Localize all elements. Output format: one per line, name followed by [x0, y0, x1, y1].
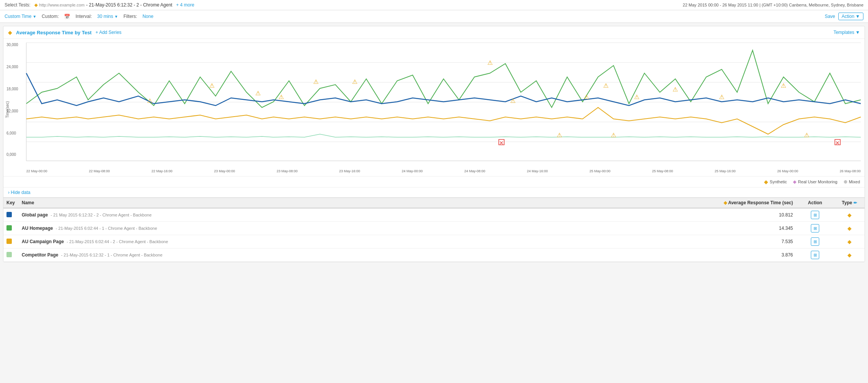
mixed-legend-icon: ⊕ — [844, 179, 847, 184]
row-key-1 — [3, 222, 19, 235]
svg-text:⚠: ⚠ — [313, 78, 319, 85]
select-tests-label: Select Tests: — [5, 2, 30, 8]
svg-text:⚠: ⚠ — [603, 82, 609, 89]
x-tick-9: 25 May-00:00 — [589, 169, 610, 173]
time-range: 22 May 2015 00:00 - 26 May 2015 11:00 | … — [683, 3, 863, 7]
row-type-icon-0: ◆ — [847, 212, 852, 218]
interval-button[interactable]: 30 mins ▼ — [97, 14, 118, 19]
calendar-icon[interactable]: 📅 — [64, 14, 70, 19]
y-tick-18000: 18,000 — [6, 87, 18, 91]
table-row: AU Campaign Page - 21-May-2015 6:02:44 -… — [3, 235, 865, 248]
svg-text:⚠: ⚠ — [584, 93, 589, 100]
chart-header: ◆ Average Response Time by Test + Add Se… — [3, 26, 865, 39]
svg-text:⚠: ⚠ — [279, 93, 284, 100]
main-chart-svg: ⚠ ⚠ ⚠ ⚠ ⚠ ⚠ ⚠ ⚠ ⚠ ⚠ ⚠ ⚠ ⚠ ⚠ ⚠ ⚠ ⚠ ✕ ✕ — [26, 43, 861, 161]
chart-title: Average Response Time by Test — [16, 30, 91, 35]
x-tick-8: 24 May-16:00 — [527, 169, 548, 173]
row-type-0: ◆ — [834, 208, 865, 222]
custom-time-button[interactable]: Custom Time ▼ — [5, 14, 37, 19]
row-avg-1: 14.345 — [697, 222, 796, 235]
chart-diamond-icon: ◆ — [8, 29, 12, 35]
row-name-0: Global page - 21 May 2015 6:12:32 - 2 - … — [19, 208, 697, 222]
action-label: Action — [842, 14, 854, 19]
filters-value: None — [143, 14, 154, 19]
action-button[interactable]: Action ▼ — [838, 13, 863, 20]
col-key-header: Key — [3, 198, 19, 208]
save-button[interactable]: Save — [825, 14, 835, 19]
x-tick-11: 25 May-16:00 — [714, 169, 735, 173]
x-tick-13: 26 May-08:00 — [840, 169, 861, 173]
row-type-2: ◆ — [834, 235, 865, 248]
templates-button[interactable]: Templates ▼ — [833, 30, 860, 35]
x-tick-7: 24 May-08:00 — [464, 169, 485, 173]
row-action-1: ⊞ — [796, 222, 834, 235]
filters-label: Filters: — [123, 14, 137, 19]
x-tick-0: 22 May-00:00 — [26, 169, 47, 173]
toolbar: Custom Time ▼ Custom: 📅 Interval: 30 min… — [0, 10, 868, 23]
svg-text:⚠: ⚠ — [634, 93, 639, 100]
rum-legend-icon: ◆ — [793, 179, 796, 184]
row-avg-3: 3.876 — [697, 248, 796, 262]
svg-text:⚠: ⚠ — [781, 82, 786, 89]
row-name-2: AU Campaign Page - 21-May-2015 6:02:44 -… — [19, 235, 697, 248]
row-action-0: ⊞ — [796, 208, 834, 222]
test-url: http://www.example.com — [39, 3, 85, 7]
row-avg-2: 7.535 — [697, 235, 796, 248]
table-row: Global page - 21 May 2015 6:12:32 - 2 - … — [3, 208, 865, 222]
svg-text:⚠: ⚠ — [719, 93, 724, 100]
interval-arrow-icon: ▼ — [114, 14, 118, 19]
test-diamond-icon: ◆ — [34, 2, 38, 8]
table-row: AU Homepage - 21-May-2015 6:02:44 - 1 - … — [3, 222, 865, 235]
table-header-row: Key Name ◆ Average Response Time (sec) A… — [3, 198, 865, 208]
test-detail: - 21-May-2015 6:12:32 - 2 - Chrome Agent — [86, 2, 172, 8]
add-series-button[interactable]: + Add Series — [95, 30, 121, 35]
synthetic-legend-label: Synthetic — [770, 179, 787, 184]
x-tick-3: 23 May-00:00 — [214, 169, 235, 173]
row-name-1: AU Homepage - 21-May-2015 6:02:44 - 1 - … — [19, 222, 697, 235]
templates-arrow-icon: ▼ — [855, 30, 860, 35]
svg-text:⚠: ⚠ — [611, 131, 616, 138]
interval-value: 30 mins — [97, 14, 113, 19]
x-tick-2: 22 May-16:00 — [151, 169, 172, 173]
x-tick-5: 23 May-16:00 — [339, 169, 360, 173]
more-tests-link[interactable]: + 4 more — [176, 2, 194, 8]
x-tick-12: 26 May-00:00 — [777, 169, 798, 173]
type-edit-icon[interactable]: ✏ — [854, 200, 857, 205]
row-avg-0: 10.812 — [697, 208, 796, 222]
custom-time-arrow-icon: ▼ — [33, 14, 37, 19]
svg-text:⚠: ⚠ — [487, 59, 493, 66]
synthetic-legend-icon: ◆ — [764, 179, 768, 185]
row-name-3: Competitor Page - 21-May-2015 6:12:32 - … — [19, 248, 697, 262]
row-type-icon-1: ◆ — [847, 225, 852, 231]
action-arrow-icon: ▼ — [855, 14, 860, 19]
row-action-icon-1[interactable]: ⊞ — [811, 224, 819, 232]
chart-section: ◆ Average Response Time by Test + Add Se… — [3, 26, 865, 262]
data-table: Key Name ◆ Average Response Time (sec) A… — [3, 197, 865, 262]
row-action-2: ⊞ — [796, 235, 834, 248]
legend-area: ◆ Synthetic ◆ Real User Monitoring ⊕ Mix… — [3, 176, 865, 187]
hide-data-bar: › Hide data — [3, 187, 865, 197]
svg-text:⚠: ⚠ — [255, 90, 261, 96]
table-row: Competitor Page - 21-May-2015 6:12:32 - … — [3, 248, 865, 262]
svg-text:⚠: ⚠ — [804, 131, 809, 138]
templates-label: Templates — [833, 30, 854, 35]
svg-text:⚠: ⚠ — [510, 97, 516, 104]
row-action-3: ⊞ — [796, 248, 834, 262]
row-action-icon-2[interactable]: ⊞ — [811, 237, 819, 246]
col-type-header: Type ✏ — [834, 198, 865, 208]
col-name-header: Name — [19, 198, 697, 208]
svg-text:⚠: ⚠ — [673, 86, 678, 93]
row-type-1: ◆ — [834, 222, 865, 235]
y-tick-30000: 30,000 — [6, 43, 18, 47]
svg-text:⚠: ⚠ — [352, 78, 357, 85]
svg-text:⚠: ⚠ — [557, 131, 562, 138]
col-action-header: Action — [796, 198, 834, 208]
row-action-icon-0[interactable]: ⊞ — [811, 211, 819, 219]
row-type-3: ◆ — [834, 248, 865, 262]
custom-label: Custom: — [42, 14, 59, 19]
row-type-icon-3: ◆ — [847, 252, 852, 258]
hide-data-link[interactable]: › Hide data — [8, 190, 30, 195]
y-tick-24000: 24,000 — [6, 65, 18, 69]
x-tick-6: 24 May-00:00 — [402, 169, 423, 173]
row-action-icon-3[interactable]: ⊞ — [811, 251, 819, 259]
